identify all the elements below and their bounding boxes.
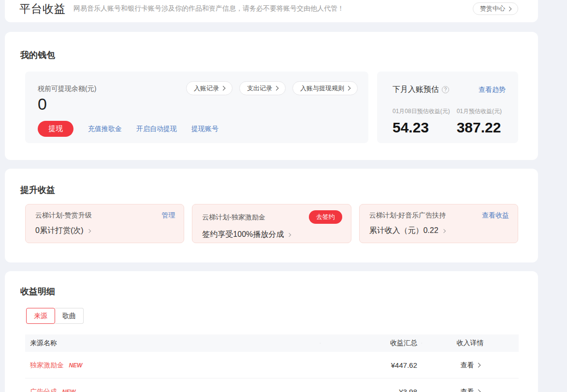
chevron-right-icon <box>476 363 480 368</box>
page-title: 平台收益 <box>19 1 66 16</box>
page-subtitle: 网易音乐人账号和银行卡账号涉及你的作品和资产信息，请务必不要将账号交由他人代管！ <box>73 4 344 13</box>
boost-item-top: 云梯计划-赞赏升级 管理 <box>35 211 175 220</box>
balance-value: 0 <box>38 95 358 113</box>
new-badge: NEW <box>69 362 82 369</box>
forecast-day-value: 54.23 <box>393 119 450 136</box>
boost-card: 提升收益 云梯计划-赞赏升级 管理 0累计打赏(次) 云梯计划-独家激励金 去签… <box>5 169 538 262</box>
forecast-title: 下月入账预估 <box>393 85 439 95</box>
chevron-right-icon <box>346 86 351 91</box>
forecast-panel: 下月入账预估 ? 查看趋势 01月08日预估收益(元) 54.23 01月预估收… <box>377 72 518 143</box>
view-link[interactable]: 查看 <box>461 361 480 370</box>
boost-item-content[interactable]: 累计收入（元）0.22 <box>369 226 445 236</box>
view-link-label: 查看 <box>461 361 474 370</box>
row-name: 广告分成 <box>30 388 57 392</box>
earnings-table: 来源名称 收益汇总 收入详情 独家激励金 NEW ¥447.62 查看 <box>25 334 519 392</box>
income-withdraw-rules-label: 入账与提现规则 <box>300 84 344 93</box>
chevron-right-icon <box>87 229 90 232</box>
view-link-label: 查看 <box>461 388 474 392</box>
tab-song[interactable]: 歌曲 <box>55 308 84 324</box>
help-icon[interactable]: ? <box>442 86 449 93</box>
column-header-details: 收入详情 <box>422 339 519 348</box>
balance-top-row: 税前可提现余额(元) 入账记录 支出记录 入账与提现规则 <box>38 81 358 95</box>
boost-item-content[interactable]: 签约享受100%播放分成 <box>202 230 291 240</box>
forecast-day-label: 01月08日预估收益(元) <box>393 107 450 116</box>
view-income-link[interactable]: 查看收益 <box>482 211 509 220</box>
row-view-cell: 查看 <box>422 361 519 370</box>
view-link[interactable]: 查看 <box>461 388 480 392</box>
forecast-columns: 01月08日预估收益(元) 54.23 01月预估收益(元) 387.22 <box>393 107 506 136</box>
row-amount: ¥447.62 <box>320 361 422 369</box>
boost-item-top: 云梯计划-好音乐广告扶持 查看收益 <box>369 211 509 220</box>
table-header: 来源名称 收益汇总 收入详情 <box>25 334 519 352</box>
boost-item-content[interactable]: 0累计打赏(次) <box>35 226 90 236</box>
boost-item-top: 云梯计划-独家激励金 去签约 <box>202 211 342 224</box>
row-amount: ¥3.98 <box>320 388 422 392</box>
boost-item-ad-support: 云梯计划-好音乐广告扶持 查看收益 累计收入（元）0.22 <box>359 204 518 243</box>
view-trend-link[interactable]: 查看趋势 <box>479 86 506 94</box>
boost-item-title: 云梯计划-赞赏升级 <box>35 211 92 220</box>
details-tabs: 来源 歌曲 <box>26 308 84 324</box>
boost-item-title: 云梯计划-独家激励金 <box>202 213 265 222</box>
chevron-right-icon <box>274 86 279 91</box>
reward-center-label: 赞赏中心 <box>480 4 505 13</box>
chevron-right-icon <box>221 86 226 91</box>
income-withdraw-rules-button[interactable]: 入账与提现规则 <box>292 81 358 95</box>
record-pills: 入账记录 支出记录 入账与提现规则 <box>186 81 358 95</box>
chevron-right-icon <box>476 390 480 392</box>
income-records-label: 入账记录 <box>194 84 219 93</box>
forecast-top-row: 下月入账预估 ? 查看趋势 <box>393 85 506 95</box>
recharge-promo-link[interactable]: 充值推歌金 <box>88 125 122 133</box>
table-row: 独家激励金 NEW ¥447.62 查看 <box>25 352 519 378</box>
auto-withdraw-link[interactable]: 开启自动提现 <box>136 125 177 133</box>
wallet-card: 我的钱包 税前可提现余额(元) 入账记录 支出记录 <box>5 32 538 160</box>
page-header-card: 平台收益 网易音乐人账号和银行卡账号涉及你的作品和资产信息，请务必不要将账号交由… <box>5 0 538 22</box>
tab-source[interactable]: 来源 <box>26 308 55 324</box>
wallet-section-title: 我的钱包 <box>5 32 538 61</box>
expense-records-label: 支出记录 <box>247 84 272 93</box>
chevron-right-icon <box>507 6 512 11</box>
row-name-cell: 广告分成 NEW <box>25 387 320 392</box>
details-card: 收益明细 来源 歌曲 来源名称 收益汇总 收入详情 独家激励金 NEW ¥447… <box>5 271 538 392</box>
go-sign-button[interactable]: 去签约 <box>309 210 342 224</box>
boost-item-content-label: 签约享受100%播放分成 <box>202 230 284 240</box>
wallet-body: 税前可提现余额(元) 入账记录 支出记录 入账与提现规则 <box>25 72 518 143</box>
boost-item-reward-upgrade: 云梯计划-赞赏升级 管理 0累计打赏(次) <box>25 204 184 243</box>
boost-row: 云梯计划-赞赏升级 管理 0累计打赏(次) 云梯计划-独家激励金 去签约 签约享… <box>25 204 518 243</box>
forecast-month-label: 01月预估收益(元) <box>457 107 502 116</box>
boost-section-title: 提升收益 <box>5 169 538 196</box>
balance-label: 税前可提现余额(元) <box>38 81 96 93</box>
row-name: 独家激励金 <box>30 361 64 370</box>
details-section-title: 收益明细 <box>5 271 538 297</box>
chevron-right-icon <box>287 232 291 236</box>
row-name-cell: 独家激励金 NEW <box>25 361 320 370</box>
forecast-column-month: 01月预估收益(元) 387.22 <box>457 107 502 136</box>
column-header-total: 收益汇总 <box>320 339 422 348</box>
boost-item-content-label: 0累计打赏(次) <box>35 226 84 236</box>
withdraw-account-link[interactable]: 提现账号 <box>191 125 218 133</box>
forecast-month-value: 387.22 <box>457 119 502 136</box>
balance-panel: 税前可提现余额(元) 入账记录 支出记录 入账与提现规则 <box>25 72 368 143</box>
expense-records-button[interactable]: 支出记录 <box>239 81 286 95</box>
chevron-right-icon <box>442 229 446 232</box>
new-badge: NEW <box>62 389 75 392</box>
column-header-source-name: 来源名称 <box>25 339 320 348</box>
reward-center-button[interactable]: 赞赏中心 <box>473 2 518 15</box>
withdraw-button[interactable]: 提现 <box>38 121 73 137</box>
table-row: 广告分成 NEW ¥3.98 查看 <box>25 378 519 392</box>
boost-item-content-label: 累计收入（元）0.22 <box>369 226 438 236</box>
income-records-button[interactable]: 入账记录 <box>186 81 233 95</box>
wallet-actions-row: 提现 充值推歌金 开启自动提现 提现账号 <box>38 121 358 137</box>
page-content: 平台收益 网易音乐人账号和银行卡账号涉及你的作品和资产信息，请务必不要将账号交由… <box>5 0 538 392</box>
boost-item-exclusive-incentive: 云梯计划-独家激励金 去签约 签约享受100%播放分成 <box>192 204 351 243</box>
boost-item-title: 云梯计划-好音乐广告扶持 <box>369 211 446 220</box>
manage-link[interactable]: 管理 <box>161 211 175 220</box>
forecast-column-day: 01月08日预估收益(元) 54.23 <box>393 107 450 136</box>
row-view-cell: 查看 <box>422 387 519 392</box>
